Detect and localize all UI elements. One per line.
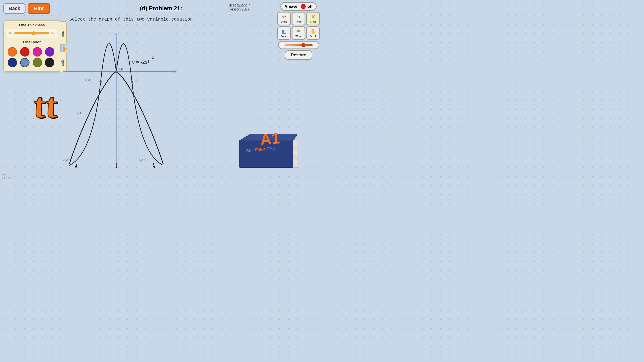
book-illustration: ALGEBRA ONE A1 (237, 132, 300, 172)
label-1-neg2: 1,-2 (133, 78, 138, 81)
version-number: v4.0.837 (2, 177, 12, 180)
y-axis-arrow (115, 33, 118, 35)
color-title: Line Color (6, 40, 57, 44)
label-3-neg18: 3,-18 (139, 159, 145, 162)
answer-toggle-indicator (301, 4, 306, 9)
problem-title: (d) Problem 21: (140, 5, 182, 12)
svg-text:A1: A1 (260, 132, 281, 148)
lesson-info: (first taught in lesson 107) (229, 3, 250, 11)
header: Back Hint (d) Problem 21: (first taught … (0, 0, 322, 17)
color-swatch-pink[interactable] (33, 47, 42, 56)
answer-toggle-button[interactable]: Answer off (280, 2, 317, 11)
label-neg3-neg18: -3,-18 (62, 159, 70, 162)
graph-area: 0,0 -1,-2 1,-2 -2,-8 2,-8 -3,-18 3,-18 (60, 33, 177, 168)
label-neg1-neg2: -1,-2 (84, 78, 90, 81)
svg-rect-6 (293, 141, 297, 168)
hint-button[interactable]: Hint (28, 3, 50, 14)
thickness-row: ✏ ✏ (6, 29, 57, 37)
color-swatch-black[interactable] (45, 58, 54, 67)
label-origin: 0,0 (118, 67, 123, 71)
thickness-slider[interactable] (14, 32, 49, 34)
pencil-small-icon: ✏ (9, 31, 12, 36)
hand-drawn-letters: tt (33, 85, 58, 126)
pencil-large-icon: ✏ (51, 30, 55, 36)
label-2-neg8: 2,-8 (141, 111, 146, 115)
equation-label: y = -2x² (132, 59, 149, 65)
color-swatch-purple[interactable] (45, 47, 54, 56)
version-info: ☁ v4.0.837 (2, 171, 12, 180)
color-swatch-olive[interactable] (33, 58, 42, 67)
drawing-panel: Line Thickness ✏ ✏ Line Color (3, 20, 60, 71)
point-origin (115, 70, 118, 73)
x-axis-arrow (174, 70, 177, 73)
thickness-thumb (32, 31, 36, 35)
color-swatch-lightblue[interactable] (20, 58, 30, 67)
lesson-info-line2: lesson 107) (229, 7, 250, 11)
color-grid (6, 46, 57, 68)
color-swatch-navy[interactable] (8, 58, 17, 67)
svg-marker-3 (153, 166, 156, 168)
instruction-text: Select the graph of this two-variable eq… (69, 17, 320, 22)
answer-label: Answer (284, 4, 299, 9)
color-swatch-orange[interactable] (8, 47, 17, 56)
answer-state: off (308, 4, 312, 9)
point-1-neg2 (131, 81, 133, 83)
equation-superscript: 2 (152, 56, 154, 60)
svg-marker-1 (75, 166, 77, 168)
lesson-info-line1: (first taught in (229, 3, 250, 7)
bottom-arrow-center-head (115, 167, 118, 168)
point-neg1-neg2 (100, 81, 102, 83)
cloud-icon: ☁ (2, 171, 7, 176)
label-neg2-neg8: -2,-8 (76, 111, 82, 115)
color-swatch-red[interactable] (20, 47, 30, 56)
problem-full: (d) Problem 21: (140, 5, 182, 12)
back-button[interactable]: Back (3, 3, 26, 14)
thickness-title: Line Thickness (6, 23, 57, 27)
